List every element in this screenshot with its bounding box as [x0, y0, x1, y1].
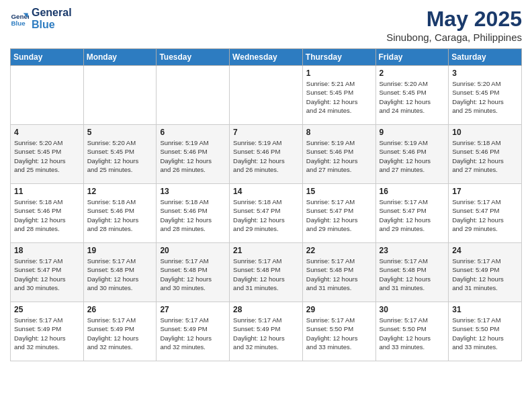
logo-line1: General	[32, 7, 72, 19]
calendar-cell: 5Sunrise: 5:20 AM Sunset: 5:45 PM Daylig…	[83, 125, 157, 184]
calendar-cell: 28Sunrise: 5:17 AM Sunset: 5:49 PM Dayli…	[230, 302, 303, 361]
day-info: Sunrise: 5:18 AM Sunset: 5:46 PM Dayligh…	[87, 197, 153, 233]
weekday-header-friday: Friday	[375, 49, 449, 66]
calendar-week-row: 11Sunrise: 5:18 AM Sunset: 5:46 PM Dayli…	[11, 184, 522, 243]
day-info: Sunrise: 5:18 AM Sunset: 5:46 PM Dayligh…	[452, 138, 518, 174]
day-number: 27	[160, 305, 226, 314]
day-info: Sunrise: 5:17 AM Sunset: 5:48 PM Dayligh…	[306, 257, 372, 292]
calendar-week-row: 25Sunrise: 5:17 AM Sunset: 5:49 PM Dayli…	[11, 302, 522, 361]
calendar-week-row: 18Sunrise: 5:17 AM Sunset: 5:47 PM Dayli…	[11, 243, 522, 302]
day-number: 14	[233, 187, 299, 196]
calendar-cell: 4Sunrise: 5:20 AM Sunset: 5:45 PM Daylig…	[11, 125, 84, 184]
calendar-cell: 18Sunrise: 5:17 AM Sunset: 5:47 PM Dayli…	[11, 243, 84, 302]
day-info: Sunrise: 5:17 AM Sunset: 5:48 PM Dayligh…	[160, 257, 226, 292]
day-info: Sunrise: 5:17 AM Sunset: 5:49 PM Dayligh…	[87, 316, 153, 351]
day-info: Sunrise: 5:17 AM Sunset: 5:47 PM Dayligh…	[380, 197, 445, 233]
calendar-cell: 13Sunrise: 5:18 AM Sunset: 5:46 PM Dayli…	[157, 184, 230, 243]
calendar-cell: 31Sunrise: 5:17 AM Sunset: 5:50 PM Dayli…	[449, 302, 522, 361]
day-number: 23	[380, 246, 445, 255]
day-number: 16	[380, 187, 445, 196]
day-number: 11	[14, 187, 80, 196]
calendar-cell	[83, 66, 157, 125]
calendar-cell: 22Sunrise: 5:17 AM Sunset: 5:48 PM Dayli…	[302, 243, 375, 302]
weekday-header-thursday: Thursday	[302, 49, 375, 66]
day-number: 8	[306, 128, 372, 137]
day-info: Sunrise: 5:18 AM Sunset: 5:47 PM Dayligh…	[233, 197, 299, 233]
calendar-cell: 14Sunrise: 5:18 AM Sunset: 5:47 PM Dayli…	[230, 184, 303, 243]
day-number: 25	[14, 305, 80, 314]
calendar-cell: 3Sunrise: 5:20 AM Sunset: 5:45 PM Daylig…	[449, 66, 522, 125]
calendar-cell: 6Sunrise: 5:19 AM Sunset: 5:46 PM Daylig…	[157, 125, 230, 184]
day-info: Sunrise: 5:17 AM Sunset: 5:49 PM Dayligh…	[14, 316, 80, 351]
svg-text:Blue: Blue	[11, 19, 26, 27]
day-number: 5	[87, 128, 153, 137]
calendar-table: SundayMondayTuesdayWednesdayThursdayFrid…	[10, 48, 522, 361]
calendar-cell: 27Sunrise: 5:17 AM Sunset: 5:49 PM Dayli…	[157, 302, 230, 361]
calendar-cell: 19Sunrise: 5:17 AM Sunset: 5:48 PM Dayli…	[83, 243, 157, 302]
day-info: Sunrise: 5:20 AM Sunset: 5:45 PM Dayligh…	[87, 138, 153, 174]
day-number: 6	[160, 128, 226, 137]
weekday-header-row: SundayMondayTuesdayWednesdayThursdayFrid…	[11, 49, 522, 66]
calendar-cell: 23Sunrise: 5:17 AM Sunset: 5:48 PM Dayli…	[375, 243, 449, 302]
day-info: Sunrise: 5:17 AM Sunset: 5:47 PM Dayligh…	[14, 257, 80, 292]
calendar-cell: 24Sunrise: 5:17 AM Sunset: 5:49 PM Dayli…	[449, 243, 522, 302]
day-info: Sunrise: 5:18 AM Sunset: 5:46 PM Dayligh…	[14, 197, 80, 233]
calendar-cell	[11, 66, 84, 125]
day-info: Sunrise: 5:19 AM Sunset: 5:46 PM Dayligh…	[306, 138, 372, 174]
day-number: 18	[14, 246, 80, 255]
calendar-cell: 9Sunrise: 5:19 AM Sunset: 5:46 PM Daylig…	[375, 125, 449, 184]
calendar-cell: 8Sunrise: 5:19 AM Sunset: 5:46 PM Daylig…	[302, 125, 375, 184]
logo: General Blue General Blue	[10, 7, 72, 31]
calendar-cell: 29Sunrise: 5:17 AM Sunset: 5:50 PM Dayli…	[302, 302, 375, 361]
day-number: 28	[233, 305, 299, 314]
day-number: 20	[160, 246, 226, 255]
calendar-week-row: 4Sunrise: 5:20 AM Sunset: 5:45 PM Daylig…	[11, 125, 522, 184]
day-info: Sunrise: 5:17 AM Sunset: 5:48 PM Dayligh…	[87, 257, 153, 292]
day-number: 2	[380, 68, 445, 78]
day-info: Sunrise: 5:17 AM Sunset: 5:48 PM Dayligh…	[233, 257, 299, 292]
calendar-cell: 30Sunrise: 5:17 AM Sunset: 5:50 PM Dayli…	[375, 302, 449, 361]
logo-line2: Blue	[32, 19, 72, 31]
calendar-cell: 20Sunrise: 5:17 AM Sunset: 5:48 PM Dayli…	[157, 243, 230, 302]
day-number: 9	[380, 128, 445, 137]
calendar-cell: 11Sunrise: 5:18 AM Sunset: 5:46 PM Dayli…	[11, 184, 84, 243]
title-area: May 2025 Sinubong, Caraga, Philippines	[386, 7, 522, 43]
day-number: 24	[452, 246, 518, 255]
day-info: Sunrise: 5:17 AM Sunset: 5:48 PM Dayligh…	[380, 257, 445, 292]
day-number: 3	[452, 68, 518, 78]
day-number: 26	[87, 305, 153, 314]
logo-icon: General Blue	[10, 9, 29, 28]
weekday-header-sunday: Sunday	[11, 49, 84, 66]
day-number: 13	[160, 187, 226, 196]
day-info: Sunrise: 5:17 AM Sunset: 5:49 PM Dayligh…	[160, 316, 226, 351]
calendar-cell: 1Sunrise: 5:21 AM Sunset: 5:45 PM Daylig…	[302, 66, 375, 125]
calendar-cell: 26Sunrise: 5:17 AM Sunset: 5:49 PM Dayli…	[83, 302, 157, 361]
day-info: Sunrise: 5:17 AM Sunset: 5:50 PM Dayligh…	[380, 316, 445, 351]
weekday-header-wednesday: Wednesday	[230, 49, 303, 66]
day-number: 21	[233, 246, 299, 255]
day-info: Sunrise: 5:17 AM Sunset: 5:47 PM Dayligh…	[306, 197, 372, 233]
calendar-week-row: 1Sunrise: 5:21 AM Sunset: 5:45 PM Daylig…	[11, 66, 522, 125]
day-number: 31	[452, 305, 518, 314]
day-number: 19	[87, 246, 153, 255]
calendar-cell: 17Sunrise: 5:17 AM Sunset: 5:47 PM Dayli…	[449, 184, 522, 243]
day-info: Sunrise: 5:17 AM Sunset: 5:50 PM Dayligh…	[452, 316, 518, 351]
calendar-cell: 12Sunrise: 5:18 AM Sunset: 5:46 PM Dayli…	[83, 184, 157, 243]
day-info: Sunrise: 5:18 AM Sunset: 5:46 PM Dayligh…	[160, 197, 226, 233]
day-info: Sunrise: 5:17 AM Sunset: 5:49 PM Dayligh…	[452, 257, 518, 292]
day-info: Sunrise: 5:20 AM Sunset: 5:45 PM Dayligh…	[14, 138, 80, 174]
calendar-cell	[230, 66, 303, 125]
weekday-header-tuesday: Tuesday	[157, 49, 230, 66]
day-number: 7	[233, 128, 299, 137]
weekday-header-saturday: Saturday	[449, 49, 522, 66]
calendar-subtitle: Sinubong, Caraga, Philippines	[386, 32, 522, 43]
day-info: Sunrise: 5:17 AM Sunset: 5:50 PM Dayligh…	[306, 316, 372, 351]
day-number: 22	[306, 246, 372, 255]
calendar-title: May 2025	[386, 7, 522, 32]
calendar-cell: 21Sunrise: 5:17 AM Sunset: 5:48 PM Dayli…	[230, 243, 303, 302]
day-number: 1	[306, 68, 372, 78]
calendar-cell: 15Sunrise: 5:17 AM Sunset: 5:47 PM Dayli…	[302, 184, 375, 243]
day-info: Sunrise: 5:17 AM Sunset: 5:49 PM Dayligh…	[233, 316, 299, 351]
calendar-cell: 16Sunrise: 5:17 AM Sunset: 5:47 PM Dayli…	[375, 184, 449, 243]
day-number: 29	[306, 305, 372, 314]
